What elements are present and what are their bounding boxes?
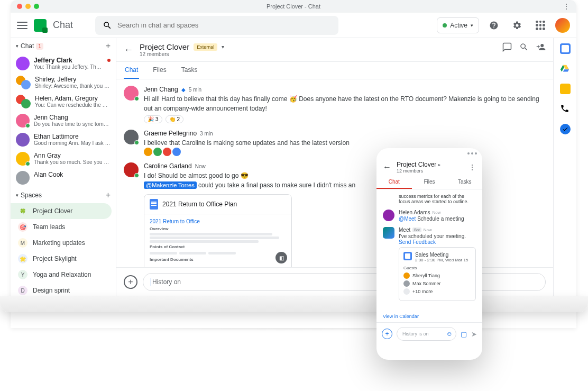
chat-name: Alan Cook <box>34 171 111 178</box>
phone-more-icon[interactable]: ⋮ <box>468 163 476 171</box>
space-title: Project Clover <box>140 42 189 51</box>
tasks-rail-icon[interactable] <box>560 124 571 134</box>
user-avatar[interactable] <box>555 18 570 33</box>
search-field[interactable] <box>117 21 331 29</box>
add-attachment-icon[interactable]: + <box>124 275 137 289</box>
avatar-icon <box>383 210 394 221</box>
phone-composer-input[interactable]: History is on ☺ <box>397 327 456 341</box>
composer-input[interactable]: History on <box>143 273 546 291</box>
chat-item[interactable]: Alan Cook <box>11 168 116 187</box>
phone-rail-icon[interactable] <box>560 104 571 114</box>
chat-item[interactable]: Ann GrayThank you so much. See you there… <box>11 149 116 168</box>
reaction-chip[interactable]: 🎉3 <box>144 115 162 123</box>
avatar-icon <box>124 130 139 144</box>
calendar-icon <box>403 252 412 260</box>
phone-add-icon[interactable]: + <box>382 329 392 339</box>
space-item[interactable]: 🎯Team leads <box>11 219 116 235</box>
space-item[interactable]: DDesign sprint <box>11 283 116 296</box>
space-item[interactable]: 🌟Project Skylight <box>11 251 116 267</box>
chat-item[interactable]: Helen, Adam, GregoryYou: Can we reschedu… <box>11 92 116 111</box>
space-icon: 🌟 <box>18 254 27 263</box>
guest-item: Max Sommer <box>403 280 471 287</box>
chat-preview: Thank you so much. See you there. <box>34 159 111 165</box>
calendar-rail-icon[interactable] <box>560 43 571 54</box>
mention-chip[interactable]: @Makenzie Torres <box>144 181 197 189</box>
keep-rail-icon[interactable] <box>560 84 571 94</box>
tab-tasks[interactable]: Tasks <box>180 62 199 79</box>
chevron-down-icon[interactable]: ▾ <box>222 44 224 50</box>
reaction-chip[interactable]: 👏2 <box>166 115 184 123</box>
phone-tab-chat[interactable]: Chat <box>376 176 412 189</box>
add-chat-icon[interactable]: + <box>106 41 111 51</box>
view-in-calendar-link[interactable]: View in Calendar <box>383 314 476 319</box>
add-people-icon[interactable] <box>536 42 546 52</box>
status-label: Active <box>450 22 467 29</box>
avatar-group-icon <box>16 76 31 89</box>
avatar-icon <box>16 114 30 128</box>
space-label: Project Skylight <box>33 255 77 262</box>
side-rail <box>553 38 576 296</box>
space-item[interactable]: YYoga and Relaxation <box>11 267 116 283</box>
tab-chat[interactable]: Chat <box>124 62 139 79</box>
chat-item[interactable]: Jeffery ClarkYou: Thank you Jeffery. The… <box>11 54 116 73</box>
chat-item[interactable]: Ethan LattimoreGood morning Ann. May I a… <box>11 130 116 149</box>
unread-dot-icon <box>107 59 111 62</box>
space-item[interactable]: MMarketing updates <box>11 235 116 251</box>
back-arrow-icon[interactable]: ← <box>124 44 133 56</box>
message-author: Caroline Garland <box>144 162 192 170</box>
add-space-icon[interactable]: + <box>106 190 111 200</box>
emoji-icon[interactable]: ☺ <box>446 330 453 338</box>
help-icon[interactable] <box>485 17 502 34</box>
verified-icon: ◆ <box>181 87 186 93</box>
close-dot-icon[interactable] <box>17 4 22 9</box>
space-item[interactable]: 🍀Project Clover <box>11 203 112 219</box>
message-time: Now <box>195 163 206 169</box>
image-icon[interactable]: ▢ <box>461 330 467 338</box>
search-in-space-icon[interactable] <box>519 42 529 52</box>
search-input[interactable] <box>95 16 338 35</box>
space-label: Design sprint <box>33 287 70 294</box>
doc-attachment-card[interactable]: 2021 Return to Office Plan 2021 Return t… <box>144 194 292 267</box>
chat-item[interactable]: Jenn ChangDo you have time to sync tomor… <box>11 111 116 130</box>
calendar-event-card[interactable]: Sales Meeting 2:00 - 2:30 PM, Wed Mar 15… <box>399 247 476 301</box>
laptop-frame: Project Clover - Chat ⋮ Chat Active ▾ ▾ … <box>11 0 576 328</box>
status-chip[interactable]: Active ▾ <box>437 17 479 33</box>
avatar-icon <box>16 152 30 166</box>
phone-tab-files[interactable]: Files <box>412 176 447 189</box>
window-more-icon[interactable]: ⋮ <box>563 2 570 11</box>
chevron-right-icon[interactable]: ▸ <box>438 162 440 167</box>
space-icon: 🍀 <box>18 206 27 216</box>
phone-tab-tasks[interactable]: Tasks <box>447 176 482 189</box>
avatar-icon <box>16 57 30 70</box>
chat-preview: Good morning Ann. May I ask a question? <box>34 140 111 146</box>
spaces-section-header[interactable]: ▾ Spaces + <box>11 187 116 203</box>
space-icon: D <box>18 286 27 295</box>
avatar-icon <box>16 171 30 185</box>
maximize-dot-icon[interactable] <box>34 4 39 9</box>
member-count[interactable]: 12 members <box>140 51 224 57</box>
doc-open-icon[interactable]: ◧ <box>275 252 287 263</box>
settings-gear-icon[interactable] <box>509 17 526 34</box>
message-author: Graeme Pellegrino <box>144 130 197 137</box>
minimize-dot-icon[interactable] <box>25 4 31 9</box>
tab-files[interactable]: Files <box>152 62 167 79</box>
chat-name: Shirley, Jeffery <box>35 76 111 83</box>
avatar-icon <box>124 162 139 177</box>
unread-badge: 1 <box>36 43 43 50</box>
chat-preview: Shirley: Awesome, thank you for the... <box>35 83 111 89</box>
phone-message: Meet Bot Now I've scheduled your meeting… <box>383 227 476 301</box>
caret-down-icon: ▾ <box>16 193 19 198</box>
drive-rail-icon[interactable] <box>560 63 571 74</box>
traffic-lights[interactable] <box>17 4 39 9</box>
chat-logo-icon <box>34 19 47 32</box>
chat-item[interactable]: Shirley, JefferyShirley: Awesome, thank … <box>11 73 116 92</box>
apps-grid-icon[interactable] <box>532 17 549 34</box>
message: Jenn Chang◆5 minHi all! Hard to believe … <box>124 86 546 123</box>
hamburger-icon[interactable] <box>17 22 27 29</box>
chat-section-header[interactable]: ▾ Chat 1 + <box>11 38 116 54</box>
chat-bubble-icon[interactable] <box>502 42 512 52</box>
send-icon[interactable]: ➤ <box>471 330 477 338</box>
avatar-group-icon <box>16 95 31 108</box>
phone-back-icon[interactable]: ← <box>383 162 391 172</box>
message-time: 3 min <box>200 131 213 137</box>
